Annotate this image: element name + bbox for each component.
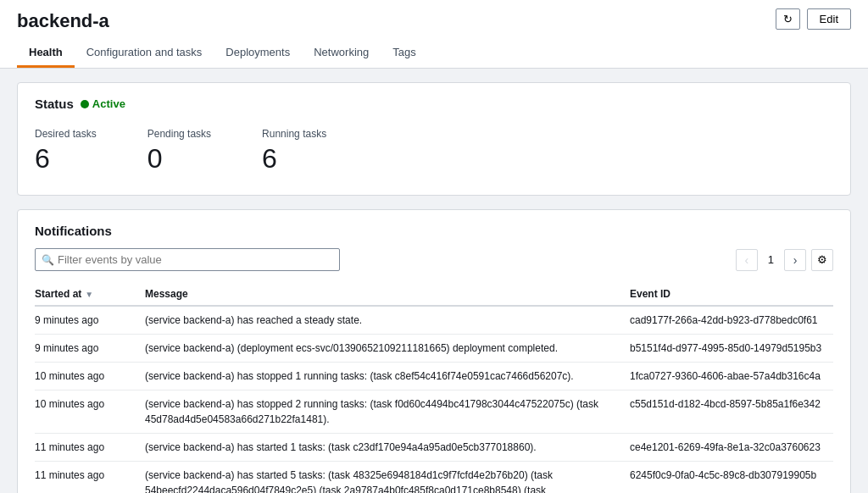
cell-message: (service backend-a) has started 1 tasks:…	[145, 434, 630, 462]
cell-started-at: 11 minutes ago	[35, 462, 145, 494]
notifications-card: Notifications 🔍 ‹ 1 › ⚙	[17, 209, 851, 493]
notifications-title: Notifications	[35, 224, 833, 238]
metric-desired-value: 6	[35, 143, 97, 174]
filter-row: 🔍 ‹ 1 › ⚙	[35, 248, 833, 271]
gear-icon: ⚙	[817, 253, 827, 266]
metric-running-value: 6	[262, 143, 326, 174]
metric-pending-value: 0	[147, 143, 211, 174]
cell-event-id: c55d151d-d182-4bcd-8597-5b85a1f6e342	[630, 391, 833, 434]
pagination-next-button[interactable]: ›	[784, 249, 806, 271]
edit-button[interactable]: Edit	[807, 8, 851, 30]
tab-health[interactable]: Health	[17, 39, 75, 68]
page-title: backend-a	[17, 10, 851, 39]
table-row: 9 minutes ago(service backend-a) (deploy…	[35, 335, 833, 363]
filter-input[interactable]	[35, 248, 340, 271]
metric-desired-label: Desired tasks	[35, 128, 97, 140]
metric-running-label: Running tasks	[262, 128, 326, 140]
cell-event-id: b5151f4d-d977-4995-85d0-14979d5195b3	[630, 335, 833, 363]
cell-event-id: 6245f0c9-0fa0-4c5c-89c8-db307919905b	[630, 462, 833, 494]
metric-desired: Desired tasks 6	[35, 128, 97, 174]
tab-networking[interactable]: Networking	[302, 39, 381, 68]
table-row: 9 minutes ago(service backend-a) has rea…	[35, 306, 833, 335]
cell-message: (service backend-a) has reached a steady…	[145, 306, 630, 335]
cell-message: (service backend-a) has stopped 2 runnin…	[145, 391, 630, 434]
table-row: 10 minutes ago(service backend-a) has st…	[35, 363, 833, 391]
tab-deployments[interactable]: Deployments	[214, 39, 302, 68]
tab-configuration[interactable]: Configuration and tasks	[75, 39, 214, 68]
col-message: Message	[145, 281, 630, 306]
table-row: 11 minutes ago(service backend-a) has st…	[35, 434, 833, 462]
sort-arrow-icon: ▼	[85, 290, 93, 299]
status-dot-icon	[81, 100, 89, 108]
col-event-id: Event ID	[630, 281, 833, 306]
cell-started-at: 11 minutes ago	[35, 434, 145, 462]
pagination-prev-button[interactable]: ‹	[736, 249, 758, 271]
filter-input-wrap: 🔍	[35, 248, 340, 271]
pagination-settings-button[interactable]: ⚙	[811, 249, 833, 271]
cell-event-id: 1fca0727-9360-4606-abae-57a4db316c4a	[630, 363, 833, 391]
cell-started-at: 9 minutes ago	[35, 335, 145, 363]
cell-started-at: 10 minutes ago	[35, 363, 145, 391]
refresh-button[interactable]: ↻	[776, 8, 800, 30]
metric-pending: Pending tasks 0	[147, 128, 211, 174]
tab-bar: Health Configuration and tasks Deploymen…	[17, 39, 851, 68]
notifications-table: Started at ▼ Message Event ID 9 minutes …	[35, 281, 833, 493]
cell-started-at: 9 minutes ago	[35, 306, 145, 335]
search-icon: 🔍	[42, 254, 54, 266]
cell-event-id: cad9177f-266a-42dd-b923-d778bedc0f61	[630, 306, 833, 335]
cell-message: (service backend-a) (deployment ecs-svc/…	[145, 335, 630, 363]
status-active-badge: Active	[81, 97, 125, 110]
metric-pending-label: Pending tasks	[147, 128, 211, 140]
cell-event-id: ce4e1201-6269-49fa-8e1a-32c0a3760623	[630, 434, 833, 462]
pagination-controls: ‹ 1 › ⚙	[736, 249, 833, 271]
status-card: Status Active Desired tasks 6 Pending ta…	[17, 82, 851, 196]
table-row: 11 minutes ago(service backend-a) has st…	[35, 462, 833, 494]
cell-message: (service backend-a) has stopped 1 runnin…	[145, 363, 630, 391]
pagination-current-page: 1	[763, 253, 779, 266]
metrics-row: Desired tasks 6 Pending tasks 0 Running …	[35, 121, 833, 181]
metric-running: Running tasks 6	[262, 128, 326, 174]
cell-started-at: 10 minutes ago	[35, 391, 145, 434]
cell-message: (service backend-a) has started 5 tasks:…	[145, 462, 630, 494]
col-started-at: Started at ▼	[35, 281, 145, 306]
status-title: Status	[35, 97, 74, 111]
table-row: 10 minutes ago(service backend-a) has st…	[35, 391, 833, 434]
tab-tags[interactable]: Tags	[381, 39, 427, 68]
